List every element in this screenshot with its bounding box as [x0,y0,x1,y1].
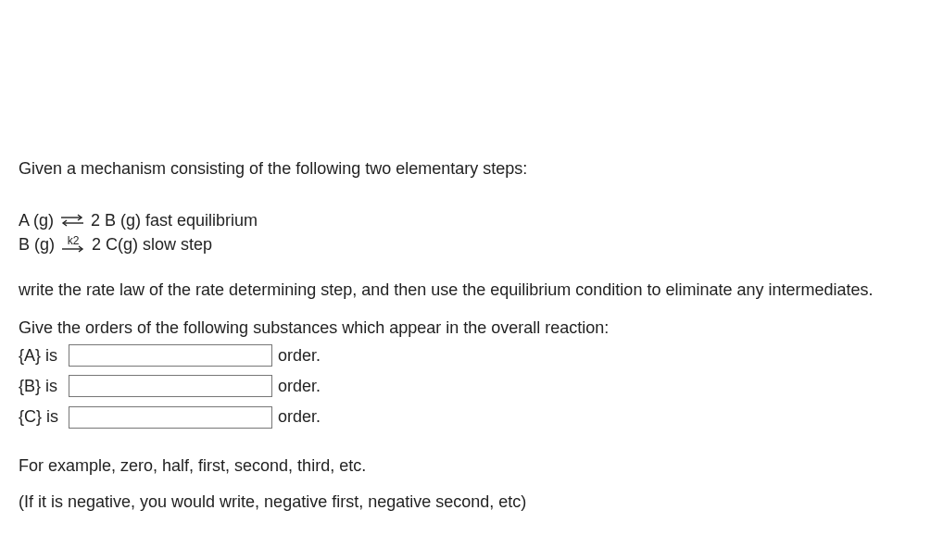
order-A-suffix: order. [278,344,321,367]
order-B-input[interactable] [69,375,272,397]
order-B-label: {B} is [19,375,63,398]
order-prompt: Give the orders of the following substan… [19,317,924,340]
step2-lhs: B (g) [19,233,55,256]
question-page: Given a mechanism consisting of the foll… [0,0,943,515]
mechanism-step-2: B (g) k2 2 C(g) slow step [19,232,924,256]
order-row-A: {A} is order. [19,344,924,367]
order-C-input[interactable] [69,406,272,429]
step2-rhs: 2 C(g) slow step [92,233,212,256]
order-B-suffix: order. [278,375,321,398]
example-line: For example, zero, half, first, second, … [19,454,924,478]
step1-rhs: 2 B (g) fast equilibrium [91,209,258,232]
order-A-label: {A} is [19,344,63,367]
equilibrium-arrow-icon [59,211,85,230]
intro-text: Given a mechanism consisting of the foll… [19,157,924,180]
order-C-suffix: order. [278,405,321,429]
order-C-label: {C} is [19,405,63,429]
order-row-B: {B} is order. [19,375,924,398]
rate-law-instruction: write the rate law of the rate determini… [19,279,924,302]
order-A-input[interactable] [69,344,272,367]
order-row-C: {C} is order. [19,405,924,429]
mechanism-step-1: A (g) 2 B (g) fast equilibrium [19,208,924,232]
step2-k-label: k2 [68,237,80,246]
negative-line: (If it is negative, you would write, neg… [19,491,924,514]
step1-lhs: A (g) [19,209,54,232]
rate-arrow-icon: k2 [60,234,86,255]
